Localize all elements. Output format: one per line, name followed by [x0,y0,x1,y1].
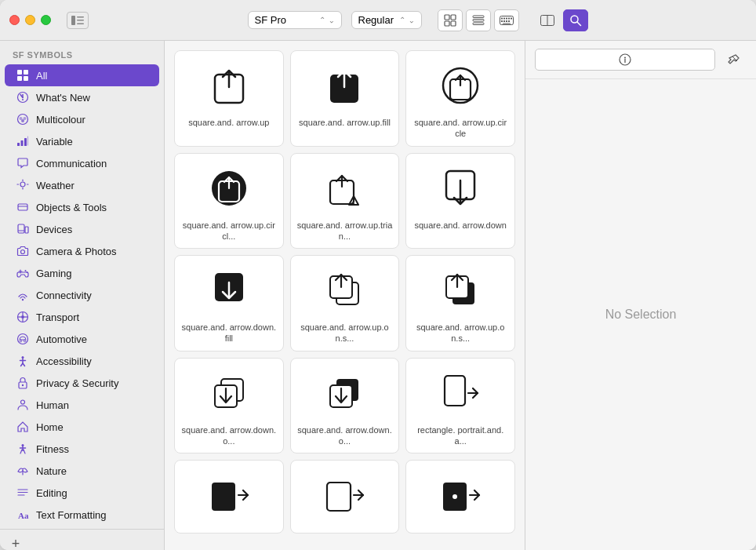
objects-tools-icon [16,200,30,214]
symbol-card-7[interactable]: square.and. arrow.down.fill [174,255,284,351]
svg-point-121 [453,494,457,499]
list-view-button[interactable] [466,9,491,31]
sidebar-item-home[interactable]: Home [5,416,159,438]
symbol-card-3[interactable]: square.and. arrow.up.circle [405,50,515,147]
svg-point-73 [22,384,24,386]
symbol-card-11[interactable]: square.and. arrow.down.o... [290,358,400,454]
symbol-card-13[interactable] [174,460,284,534]
weight-chevron-down-icon: ⌃ [409,16,415,24]
sidebar-item-accessibility[interactable]: Accessibility [5,350,159,372]
symbol-card-4[interactable]: square.and. arrow.up.circl... [174,153,284,250]
symbol-card-2[interactable]: square.and. arrow.up.fill [290,50,400,147]
svg-rect-19 [506,20,507,22]
no-selection-label: No Selection [525,79,756,550]
symbol-card-10[interactable]: square.and. arrow.down.o... [174,358,284,454]
sidebar-item-objects-tools-label: Objects & Tools [36,202,107,213]
symbol-card-6[interactable]: square.and. arrow.down [405,153,515,250]
symbol-card-5[interactable]: square.and. arrow.up.trian... [290,153,400,250]
svg-point-64 [18,334,28,344]
svg-rect-40 [24,138,27,146]
sidebar-item-home-label: Home [36,421,64,433]
symbol-icon-square-arrow-down-fill [198,265,260,315]
split-view-button[interactable] [535,9,560,31]
sidebar-item-editing[interactable]: Editing [5,482,159,504]
search-button[interactable] [563,9,588,31]
weather-icon [16,178,30,192]
svg-point-52 [21,250,25,254]
sidebar-item-text-formatting[interactable]: Aa Text Formatting [5,504,159,526]
sidebar-item-whats-new-label: What's New [36,92,90,104]
devices-icon [16,222,30,236]
sidebar-item-variable[interactable]: Variable [5,130,159,152]
sidebar-item-whats-new[interactable]: What's New [5,86,159,108]
symbol-icon-rectangle-portrait-arrow [429,368,492,418]
grid-view-button[interactable] [438,9,463,31]
svg-rect-26 [17,70,22,75]
symbol-icon-square-arrow-up-circle [429,60,492,111]
sidebar-item-objects-tools[interactable]: Objects & Tools [5,196,159,218]
detail-info-button[interactable] [535,49,715,71]
sidebar-item-devices[interactable]: Devices [5,218,159,240]
symbol-card-15[interactable] [405,460,515,534]
symbol-card-12[interactable]: rectangle. portrait.and.a... [405,358,515,454]
communication-icon [16,156,30,170]
add-category-button[interactable]: + [8,536,24,550]
fullscreen-button[interactable] [41,15,51,25]
sidebar-item-gaming[interactable]: Gaming [5,262,159,284]
sidebar-item-human[interactable]: Human [5,394,159,416]
symbol-card-14[interactable] [290,460,400,534]
sidebar-item-connectivity[interactable]: Connectivity [5,284,159,306]
sidebar-item-multicolour[interactable]: Multicolour [5,108,159,130]
sidebar-item-weather[interactable]: Weather [5,174,159,196]
nature-icon [16,464,30,478]
text-formatting-icon: Aa [16,508,30,522]
symbol-name-8: square.and. arrow.up.on.s... [297,322,393,344]
svg-rect-4 [445,15,449,20]
symbol-card-1[interactable]: square.and. arrow.up [174,50,284,147]
svg-line-25 [577,22,581,26]
symbol-card-8[interactable]: square.and. arrow.up.on.s... [290,255,400,351]
editing-icon [16,486,30,500]
svg-rect-8 [473,16,484,18]
close-button[interactable] [9,15,20,25]
sidebar-toggle-button[interactable] [67,12,89,29]
titlebar-center: SF Pro ⌃ ⌃ Regular ⌃ ⌃ [89,9,747,31]
svg-rect-1 [77,16,84,18]
sidebar-item-editing-label: Editing [36,487,67,499]
sidebar-item-fitness-label: Fitness [36,443,69,455]
keyboard-view-button[interactable] [494,9,519,31]
svg-rect-0 [71,16,75,25]
symbol-name-1: square.and. arrow.up [188,117,269,128]
sidebar-item-camera-photos[interactable]: Camera & Photos [5,240,159,262]
symbol-name-12: rectangle. portrait.and.a... [413,424,508,447]
svg-point-66 [24,340,25,341]
font-chevron-down-icon: ⌃ [329,16,335,24]
sidebar-item-privacy-security[interactable]: Privacy & Security [5,372,159,394]
sidebar-item-communication-label: Communication [36,158,107,169]
svg-rect-27 [24,70,28,75]
sidebar-item-automotive[interactable]: Automotive [5,328,159,350]
sidebar-item-communication[interactable]: Communication [5,152,159,174]
sidebar-item-all[interactable]: All [5,64,159,86]
gaming-icon [16,266,30,280]
minimize-button[interactable] [25,15,35,25]
detail-pin-button[interactable] [721,49,747,71]
svg-rect-28 [17,76,22,81]
svg-rect-21 [503,23,511,24]
sidebar-item-fitness[interactable]: Fitness [5,438,159,460]
symbol-card-9[interactable]: square.and. arrow.up.on.s... [405,255,515,351]
font-selector[interactable]: SF Pro ⌃ ⌃ [248,11,342,29]
symbol-icon-square-arrow-up-on-stack2 [429,265,492,315]
home-icon [16,420,30,434]
weight-selector[interactable]: Regular ⌃ ⌃ [351,11,422,29]
sidebar: SF Symbols All [0,41,165,550]
svg-rect-49 [18,224,24,233]
svg-rect-14 [506,17,507,19]
sidebar-item-automotive-label: Automotive [36,333,87,345]
sidebar-item-all-label: All [36,70,47,82]
svg-rect-18 [503,20,505,22]
sidebar-item-connectivity-label: Connectivity [36,290,92,301]
symbol-icon-square-arrow-up-on-stack1 [313,265,376,315]
sidebar-item-nature[interactable]: Nature [5,460,159,482]
sidebar-item-transport[interactable]: Transport [5,306,159,328]
